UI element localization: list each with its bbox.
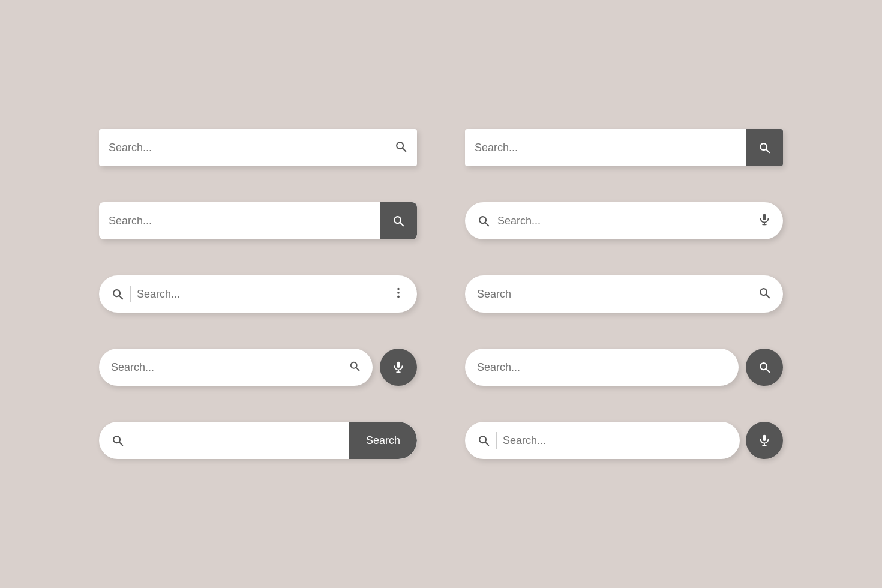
search-input-1[interactable] (109, 142, 382, 154)
search-bar-9-wrapper: Search (99, 422, 417, 459)
search-bars-grid: Search (99, 129, 783, 459)
search-circle-button-8[interactable] (746, 349, 783, 386)
search-button-3[interactable] (380, 202, 417, 239)
search-bar-6 (465, 275, 783, 313)
search-bar-10-wrapper (465, 422, 783, 459)
search-text-button-9[interactable]: Search (349, 422, 417, 459)
search-icon-4 (477, 214, 490, 227)
search-icon-7 (349, 360, 361, 375)
search-input-3[interactable] (99, 215, 380, 227)
search-input-7[interactable] (111, 361, 349, 374)
search-button-2[interactable] (746, 129, 783, 166)
search-input-8[interactable] (477, 361, 727, 374)
mic-circle-button-10[interactable] (746, 422, 783, 459)
search-bar-1 (99, 129, 417, 166)
search-button-1[interactable] (394, 140, 407, 156)
search-input-10[interactable] (503, 434, 728, 447)
mic-button-4[interactable] (758, 213, 771, 229)
search-bar-10 (465, 422, 740, 459)
search-input-5[interactable] (137, 288, 392, 301)
search-bar-7-wrapper (99, 349, 417, 386)
search-bar-7 (99, 349, 373, 386)
search-input-4[interactable] (497, 215, 758, 227)
search-bar-3 (99, 202, 417, 239)
search-input-9[interactable] (131, 434, 355, 447)
search-input-2[interactable] (465, 142, 746, 154)
search-button-6[interactable] (758, 286, 771, 302)
divider-1 (388, 139, 388, 156)
search-bar-5 (99, 275, 417, 313)
search-bar-2 (465, 129, 783, 166)
search-bar-4 (465, 202, 783, 239)
search-bar-8 (465, 349, 739, 386)
search-input-6[interactable] (477, 288, 758, 301)
search-bar-8-wrapper (465, 349, 783, 386)
dots-button-5[interactable] (392, 286, 405, 302)
search-icon-5 (111, 287, 124, 301)
search-icon-9 (111, 434, 124, 447)
divider-10 (496, 432, 497, 449)
divider-5 (130, 286, 131, 302)
search-icon-10 (477, 434, 490, 447)
mic-circle-button-7[interactable] (380, 349, 417, 386)
